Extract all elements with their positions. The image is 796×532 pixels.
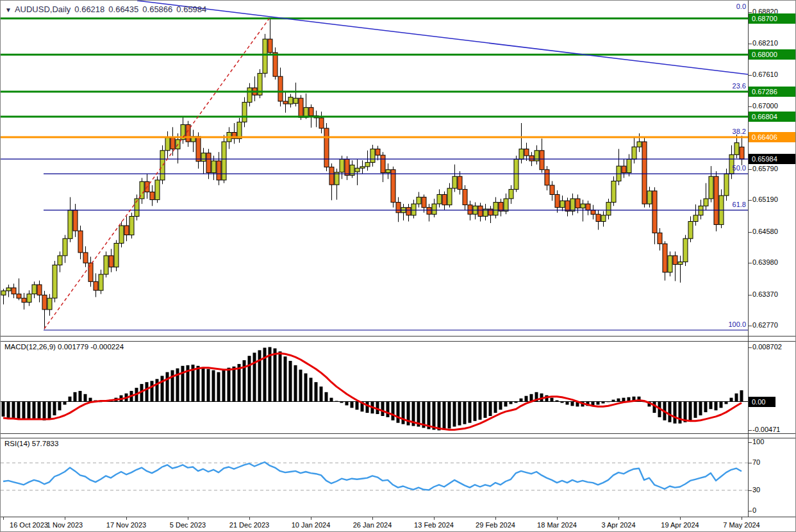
macd-histogram-bar [294,365,297,402]
candle-body [340,160,344,172]
macd-histogram-bar [607,402,610,403]
candle-body [78,231,83,253]
candle-body [601,215,606,222]
macd-histogram-bar [694,402,697,418]
price-macd-separator[interactable] [1,336,796,337]
macd-zero-badge: 0.00 [749,397,775,407]
symbol-label: AUDUSD,Daily [15,4,70,14]
macd-histogram-bar [484,402,487,418]
macd-histogram-bar [74,392,77,402]
macd-histogram-bar [566,402,569,405]
price-tick-mark [748,263,752,263]
price-tick-label: 0.64580 [752,228,778,235]
candle-body [668,256,672,272]
candle-body [309,108,313,116]
macd-label: MACD(12,26,9) 0.001779 -0.000224 [4,343,124,351]
candle-body [693,215,698,222]
descending-trendline[interactable] [137,1,748,74]
candle-body [432,204,436,214]
date-tick-mark [311,517,311,520]
macd-histogram-bar [351,402,354,408]
price-tick-label: 0.67610 [752,71,778,78]
candle-body [411,204,416,215]
macd-histogram-bar [561,402,564,403]
chart-canvas [1,1,796,532]
date-tick-mark [495,517,496,520]
date-label: 1 Nov 2023 [38,521,92,529]
macd-histogram-bar [499,402,502,410]
macd-histogram-bar [202,367,205,402]
candle-body [196,137,201,162]
candle-body [376,149,380,155]
macd-histogram-bar [28,402,31,419]
macd-histogram-bar [233,367,236,402]
macd-histogram-bar [48,402,51,419]
candle-body [565,201,570,211]
macd-histogram-bar [299,370,303,402]
macd-rsi-separator[interactable] [1,433,796,434]
price-level-badge: 0.66804 [749,112,796,122]
macd-histogram-bar [474,402,477,421]
macd-histogram-bar [181,366,185,402]
macd-histogram-bar [468,402,472,423]
macd-histogram-bar [489,402,492,417]
date-label: 10 Jan 2024 [284,521,338,529]
candle-body [68,210,72,239]
macd-histogram-bar [556,401,559,402]
candle-body [545,170,549,185]
candle-body [273,53,278,76]
rsi-tick-mark [748,511,752,511]
macd-histogram-bar [458,402,461,426]
macd-histogram-bar [166,372,169,402]
candle-body [83,253,88,263]
macd-histogram-bar [33,402,36,419]
macd-histogram-bar [284,356,287,401]
candle-body [550,185,554,195]
candle-body [32,285,37,294]
macd-histogram-bar [151,381,154,401]
candle-body [581,204,585,208]
candle-body [734,143,739,155]
date-label: 19 Apr 2024 [653,521,707,529]
macd-histogram-bar [222,370,226,402]
candle-body [12,288,16,294]
candle-body [268,39,272,53]
macd-histogram-bar [674,402,677,424]
symbol-dropdown-icon[interactable]: ▼ [5,6,12,13]
candle-body [642,142,647,204]
date-tick-mark [188,517,188,520]
candle-body [458,176,462,189]
macd-histogram-bar [207,369,210,402]
candle-body [611,181,616,203]
macd-histogram-bar [740,390,743,402]
macd-histogram-bar [551,398,554,402]
horizontal-level-lines[interactable] [1,19,748,330]
candle-body [519,149,524,159]
date-tick-mark [249,517,250,520]
date-label: 13 Feb 2024 [407,521,461,529]
date-label: 18 Mar 2024 [530,521,584,529]
macd-histogram-bar [602,402,605,404]
candle-body [709,176,713,199]
macd-histogram-bar [668,402,672,422]
candle-body [88,263,93,281]
candle-body [73,210,78,231]
macd-histogram-bar [515,402,518,403]
macd-histogram-bar [212,370,215,402]
macd-histogram-bar [715,402,718,411]
price-tick-mark [748,106,752,107]
candle-body [329,167,334,185]
candle-body [319,118,324,128]
candle-body [463,189,467,204]
macd-histogram-bar [289,361,292,402]
candle-body [129,217,134,235]
price-level-badge: 0.67286 [749,87,796,97]
macd-indicator [1,347,748,431]
ohlc-close: 0.65984 [176,4,206,14]
candle-body [1,291,6,295]
macd-histogram-bar [2,402,5,417]
candle-body [540,151,544,170]
fib-level-label-61.8: 61.8 [663,201,746,208]
macd-histogram-bar [320,387,323,401]
price-tick-mark [748,295,752,295]
